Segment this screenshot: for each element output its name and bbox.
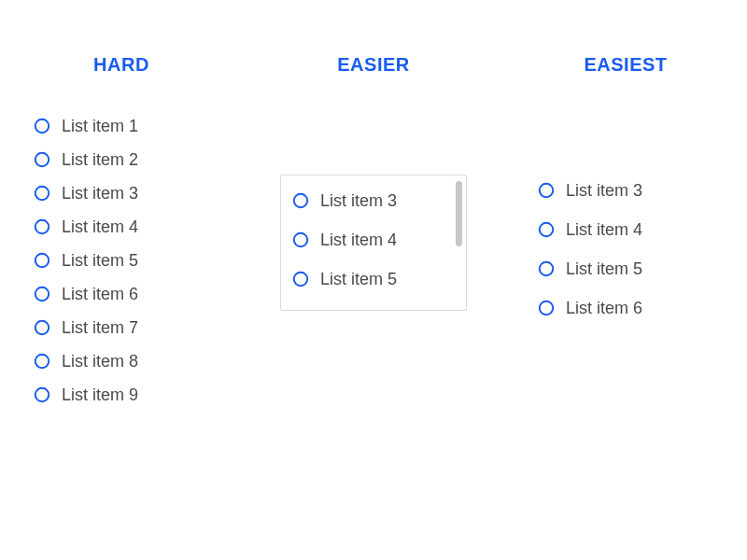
list-item-label: List item 3 — [566, 181, 642, 201]
list-item[interactable]: List item 5 — [292, 263, 457, 295]
svg-point-10 — [294, 233, 307, 246]
radio-icon — [34, 353, 50, 370]
radio-icon — [34, 252, 50, 269]
radio-icon — [538, 221, 555, 238]
list-item-label: List item 4 — [62, 217, 138, 237]
svg-point-6 — [35, 321, 49, 334]
svg-point-5 — [35, 287, 49, 301]
radio-icon — [292, 231, 309, 248]
list-item-label: List item 2 — [62, 150, 138, 170]
list-item-label: List item 5 — [566, 259, 642, 279]
list-item-label: List item 4 — [566, 220, 642, 240]
list-item[interactable]: List item 2 — [34, 147, 215, 173]
svg-point-0 — [35, 119, 49, 133]
easiest-list: List item 3 List item 4 List item 5 List… — [532, 175, 719, 324]
radio-icon — [34, 151, 50, 168]
svg-point-15 — [540, 262, 553, 275]
list-item-label: List item 3 — [320, 191, 397, 211]
list-item[interactable]: List item 4 — [538, 214, 719, 245]
radio-icon — [292, 271, 309, 287]
column-easiest: EASIEST List item 3 List item 4 List ite… — [532, 54, 719, 560]
list-item[interactable]: List item 5 — [34, 247, 215, 273]
list-item[interactable]: List item 6 — [538, 292, 719, 324]
radio-icon — [292, 192, 309, 209]
list-item[interactable]: List item 6 — [34, 281, 215, 307]
list-item[interactable]: List item 1 — [34, 113, 215, 139]
list-item[interactable]: List item 4 — [34, 214, 215, 240]
svg-point-14 — [540, 223, 553, 236]
list-item[interactable]: List item 3 — [292, 185, 457, 217]
radio-icon — [538, 300, 555, 316]
list-item-label: List item 9 — [62, 385, 138, 405]
list-item-label: List item 4 — [320, 231, 397, 250]
easier-scroll-box[interactable]: List item 3 List item 4 List item 5 List… — [280, 175, 467, 311]
column-hard-header: HARD — [93, 54, 149, 76]
svg-point-2 — [35, 187, 49, 200]
list-item[interactable]: List item 5 — [538, 253, 719, 285]
svg-point-1 — [35, 153, 49, 166]
column-easier: EASIER List item 3 List item 4 List item… — [280, 54, 467, 560]
list-item[interactable]: List item 6 — [292, 302, 457, 311]
svg-point-16 — [540, 301, 553, 315]
radio-icon — [34, 319, 50, 336]
list-item-label: List item 1 — [62, 117, 138, 136]
list-item[interactable]: List item 3 — [34, 180, 215, 206]
radio-icon — [538, 260, 555, 277]
hard-list: List item 1 List item 2 List item 3 List… — [28, 113, 215, 408]
radio-icon — [34, 185, 50, 202]
list-item[interactable]: List item 9 — [34, 382, 215, 408]
radio-icon — [34, 118, 50, 134]
list-item-label: List item 6 — [62, 285, 138, 304]
column-easier-header: EASIER — [337, 54, 409, 76]
easier-list: List item 3 List item 4 List item 5 List… — [292, 185, 457, 311]
list-item[interactable]: List item 3 — [538, 175, 719, 206]
svg-point-7 — [35, 355, 49, 368]
svg-point-3 — [35, 220, 49, 233]
scrollbar-thumb[interactable] — [456, 181, 462, 246]
list-item-label: List item 6 — [566, 299, 642, 318]
list-item-label: List item 6 — [320, 309, 397, 312]
svg-point-13 — [540, 184, 553, 197]
radio-icon — [34, 286, 50, 302]
radio-icon — [538, 182, 555, 199]
list-item-label: List item 3 — [62, 184, 138, 203]
svg-point-9 — [294, 194, 307, 207]
list-item-label: List item 5 — [62, 251, 138, 271]
list-item[interactable]: List item 8 — [34, 348, 215, 374]
radio-icon — [34, 218, 50, 235]
list-item-label: List item 8 — [62, 352, 138, 371]
list-item[interactable]: List item 4 — [292, 224, 457, 256]
svg-point-11 — [294, 273, 307, 286]
radio-icon — [292, 310, 309, 311]
svg-point-4 — [35, 254, 49, 267]
list-item-label: List item 7 — [62, 318, 138, 338]
svg-point-8 — [35, 388, 49, 401]
list-item-label: List item 5 — [320, 270, 397, 289]
radio-icon — [34, 386, 50, 403]
column-hard: HARD List item 1 List item 2 List item 3… — [28, 54, 215, 560]
columns-container: HARD List item 1 List item 2 List item 3… — [28, 54, 719, 560]
column-easiest-header: EASIEST — [584, 54, 667, 76]
list-item[interactable]: List item 7 — [34, 315, 215, 341]
